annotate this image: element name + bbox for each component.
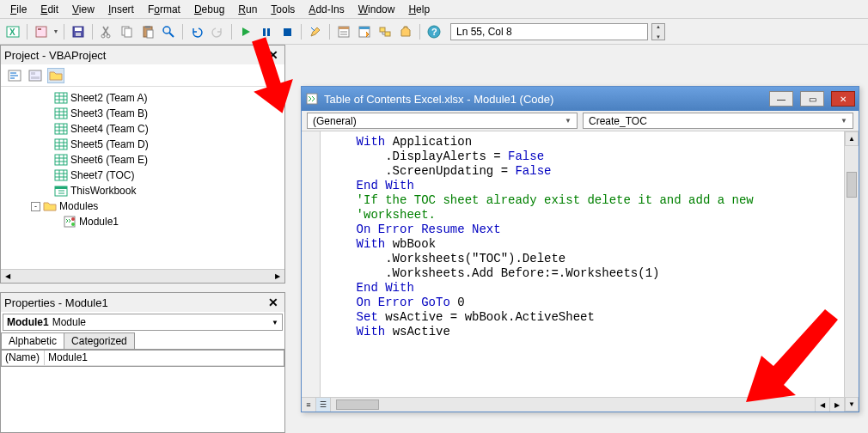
save-icon[interactable]: [69, 22, 88, 41]
menu-tools[interactable]: Tools: [264, 2, 302, 17]
menu-view[interactable]: View: [65, 2, 101, 17]
svg-rect-17: [267, 28, 270, 36]
close-icon[interactable]: ✕: [266, 47, 281, 63]
properties-panel-title: Properties - Module1 ✕: [1, 293, 284, 312]
folder-icon: [43, 200, 57, 212]
svg-line-15: [169, 33, 174, 37]
reset-icon[interactable]: [278, 22, 296, 41]
svg-rect-2: [36, 27, 46, 37]
paste-icon[interactable]: [138, 22, 157, 41]
tree-node[interactable]: Sheet7 (TOC): [3, 168, 283, 183]
object-browser-icon[interactable]: [376, 22, 394, 41]
svg-rect-5: [75, 27, 82, 31]
menu-add-ins[interactable]: Add-Ins: [302, 2, 351, 17]
view-code-icon[interactable]: [6, 68, 23, 83]
menu-debug[interactable]: Debug: [187, 2, 231, 17]
undo-icon[interactable]: [187, 22, 206, 41]
properties-panel: Properties - Module1 ✕ Module1 Module ▼ …: [0, 292, 285, 433]
tree-node[interactable]: Sheet3 (Team B): [3, 106, 283, 121]
procedure-view-icon: ≡: [302, 398, 316, 412]
close-button[interactable]: ✕: [831, 91, 855, 107]
view-object-icon[interactable]: [27, 68, 44, 83]
run-icon[interactable]: [236, 22, 255, 41]
properties-window-icon[interactable]: [355, 22, 374, 41]
menu-window[interactable]: Window: [351, 2, 402, 17]
code-editor[interactable]: With Application .DisplayAlerts = False …: [321, 131, 844, 412]
tree-node[interactable]: ThisWorkbook: [3, 183, 283, 198]
full-module-view-icon: ☰: [316, 398, 331, 412]
project-explorer-icon[interactable]: [334, 22, 353, 41]
vertical-scrollbar[interactable]: ▲ ▼: [844, 131, 859, 412]
object-combo[interactable]: (General)▼: [307, 113, 578, 129]
svg-rect-26: [380, 27, 385, 32]
sheet-icon: [54, 123, 68, 135]
tab-categorized[interactable]: Categorized: [64, 332, 135, 349]
design-mode-icon[interactable]: [306, 22, 325, 41]
module-icon: [63, 216, 76, 228]
close-icon[interactable]: ✕: [266, 295, 281, 310]
copy-icon[interactable]: [118, 22, 137, 41]
toolbar-scroll-icon[interactable]: ▲▼: [651, 23, 665, 40]
procedure-combo[interactable]: Create_TOC▼: [583, 113, 853, 129]
svg-rect-70: [55, 186, 67, 189]
find-icon[interactable]: [159, 22, 178, 41]
svg-rect-39: [55, 93, 67, 103]
redo-icon[interactable]: [208, 22, 227, 41]
menu-edit[interactable]: Edit: [34, 2, 65, 17]
svg-rect-44: [55, 108, 67, 119]
svg-rect-21: [339, 27, 349, 29]
svg-rect-37: [31, 72, 35, 75]
properties-object-combo[interactable]: Module1 Module ▼: [3, 314, 283, 331]
tree-node[interactable]: Sheet5 (Team D): [3, 137, 283, 152]
svg-rect-64: [55, 170, 67, 180]
code-body: With Application .DisplayAlerts = False …: [302, 131, 859, 412]
menu-file[interactable]: File: [3, 2, 34, 17]
sheet-icon: [54, 154, 68, 166]
menu-help[interactable]: Help: [401, 2, 437, 17]
menu-run[interactable]: Run: [231, 2, 264, 17]
svg-rect-13: [147, 30, 153, 38]
toolbox-icon[interactable]: [396, 22, 415, 41]
svg-rect-18: [284, 28, 291, 36]
property-row[interactable]: (Name)Module1: [2, 351, 284, 366]
svg-rect-27: [385, 32, 390, 36]
menu-bar: FileEditViewInsertFormatDebugRunToolsAdd…: [0, 0, 868, 19]
tree-node[interactable]: Sheet4 (Team C): [3, 121, 283, 137]
sheet-icon: [54, 92, 68, 104]
module-icon: [305, 92, 319, 106]
code-margin[interactable]: [302, 131, 321, 412]
code-combo-row: (General)▼ Create_TOC▼: [302, 111, 859, 131]
menu-format[interactable]: Format: [141, 2, 187, 17]
svg-point-74: [71, 217, 75, 221]
tree-node[interactable]: -Modules: [3, 198, 283, 214]
sheet-icon: [54, 169, 68, 181]
horizontal-scrollbar[interactable]: ◀▶: [1, 269, 284, 283]
tree-node[interactable]: Module1: [3, 214, 283, 229]
cut-icon[interactable]: [97, 22, 116, 41]
menu-insert[interactable]: Insert: [101, 2, 141, 17]
main-toolbar: X ▼ ? Ln 55, Col 8 ▲▼: [0, 19, 868, 45]
cursor-position-box: Ln 55, Col 8: [450, 23, 648, 40]
tree-node[interactable]: Sheet2 (Team A): [3, 90, 283, 106]
svg-text:?: ?: [431, 27, 437, 37]
help-icon[interactable]: ?: [425, 22, 443, 41]
horizontal-scrollbar[interactable]: ≡ ☰ ◀ ▶: [302, 397, 844, 412]
insert-dropdown-icon[interactable]: ▼: [52, 28, 59, 34]
properties-grid[interactable]: (Name)Module1: [1, 350, 284, 367]
svg-rect-59: [55, 155, 67, 165]
tree-node[interactable]: Sheet6 (Team E): [3, 152, 283, 168]
toggle-folders-icon[interactable]: [47, 68, 64, 83]
maximize-button[interactable]: ▭: [800, 91, 824, 107]
svg-rect-6: [76, 33, 81, 36]
project-toolbar: [1, 64, 284, 87]
project-explorer-panel: Project - VBAProject ✕ Sheet2 (Team A)Sh…: [0, 45, 285, 284]
break-icon[interactable]: [257, 22, 276, 41]
svg-rect-16: [263, 28, 266, 36]
project-tree[interactable]: Sheet2 (Team A)Sheet3 (Team B)Sheet4 (Te…: [1, 87, 284, 272]
tab-alphabetic[interactable]: Alphabetic: [1, 332, 64, 349]
code-window-titlebar[interactable]: Table of Contents Excel.xlsx - Module1 (…: [302, 87, 859, 111]
svg-rect-76: [307, 94, 317, 104]
view-excel-icon[interactable]: X: [3, 22, 22, 41]
minimize-button[interactable]: —: [769, 91, 793, 107]
insert-object-icon[interactable]: [32, 22, 51, 41]
